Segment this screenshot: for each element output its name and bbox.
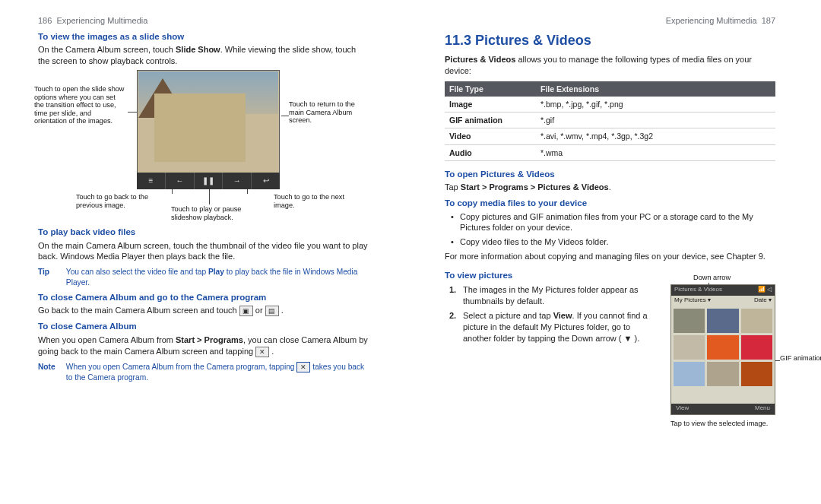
filetypes-table: File TypeFile Extensions Image*.bmp, *.j… <box>445 81 775 161</box>
intro-text: Pictures & Videos allows you to manage t… <box>445 54 775 77</box>
playback-body: On the main Camera Album screen, touch t… <box>38 240 369 263</box>
table-row: GIF animation*.gif <box>445 113 775 128</box>
heading-slideshow: To view the images as a slide show <box>38 31 369 43</box>
list-item: Copy pictures and GIF animation files fr… <box>460 211 775 234</box>
open-body: Tap Start > Programs > Pictures & Videos… <box>445 182 775 193</box>
thumbnail[interactable] <box>707 309 738 333</box>
th-filetype: File Type <box>445 81 536 97</box>
camera-icon[interactable]: ▣ <box>239 306 253 316</box>
thumbnail[interactable] <box>741 362 772 386</box>
options-icon[interactable]: ≡ <box>137 173 166 189</box>
left-pagenum: 186 <box>38 16 52 25</box>
next-icon[interactable]: → <box>223 173 252 189</box>
thumbnail[interactable] <box>674 362 705 386</box>
note-body: When you open Camera Album from the Came… <box>66 362 366 383</box>
slideshow-figure: ≡ ← ❚❚ → ↩ Touch to open the slide show … <box>38 70 369 222</box>
close-camera-body: Go back to the main Camera Album screen … <box>38 305 369 316</box>
section-title: 11.3 Pictures & Videos <box>445 31 775 49</box>
callout-options: Touch to open the slide show options whe… <box>34 85 125 125</box>
phone-titlebar: Pictures & Videos📶 ◁ <box>671 285 775 296</box>
table-row: Image*.bmp, *.jpg, *.gif, *.png <box>445 97 775 113</box>
phone-folderbar[interactable]: My Pictures ▾Date ▾ <box>671 296 775 306</box>
list-item: 1.The images in the My Pictures folder a… <box>463 284 660 307</box>
return-icon[interactable]: ↩ <box>252 173 280 189</box>
heading-close-camera: To close Camera Album and go to the Came… <box>38 292 369 304</box>
thumbnail[interactable] <box>741 309 772 333</box>
viewpics-steps: 1.The images in the My Pictures folder a… <box>445 284 660 415</box>
thumbnail[interactable] <box>707 362 738 386</box>
heading-playback: To play back video files <box>38 227 369 239</box>
slideshow-photo <box>137 70 280 188</box>
close-album-body: When you open Camera Album from Start > … <box>38 334 369 357</box>
right-page: Experiencing Multimedia 187 11.3 Picture… <box>410 0 821 504</box>
thumbnail[interactable] <box>674 309 705 333</box>
callout-gifanim: GIF animation icon <box>780 354 821 363</box>
table-row: Audio*.wma <box>445 144 775 160</box>
thumbnail[interactable] <box>674 335 705 360</box>
phone-softkeys: View Menu <box>671 404 775 414</box>
left-section: Experiencing Multimedia <box>56 16 147 25</box>
prev-icon[interactable]: ← <box>166 173 195 189</box>
thumbnail-grid <box>671 306 775 388</box>
callout-tapview: Tap to view the selected image. <box>670 420 792 428</box>
thumbnail[interactable] <box>707 335 738 360</box>
heading-copy: To copy media files to your device <box>445 198 775 210</box>
heading-open: To open Pictures & Videos <box>445 169 775 181</box>
callout-return: Touch to return to the main Camera Album… <box>289 100 365 125</box>
tip-body: You can also select the video file and t… <box>66 267 366 287</box>
table-row: Video*.avi, *.wmv, *.mp4, *.3gp, *.3g2 <box>445 128 775 144</box>
note-row: Note When you open Camera Album from the… <box>38 362 369 383</box>
list-item: 2.Select a picture and tap View. If you … <box>463 310 660 344</box>
tip-row: Tip You can also select the video file a… <box>38 267 369 287</box>
right-pagenum: 187 <box>762 16 775 25</box>
close-icon[interactable]: ✕ <box>255 347 269 357</box>
note-label: Note <box>38 362 64 372</box>
th-ext: File Extensions <box>536 81 775 97</box>
more-info-text: For more information about copying and m… <box>445 251 775 262</box>
close-icon-small[interactable]: ✕ <box>296 362 310 372</box>
phone-screenshot: Pictures & Videos📶 ◁ My Pictures ▾Date ▾… <box>670 284 775 415</box>
play-pause-icon[interactable]: ❚❚ <box>195 173 223 189</box>
thumbnail[interactable] <box>741 335 772 360</box>
heading-close-album: To close Camera Album <box>38 321 369 333</box>
slideshow-body: On the Camera Album screen, touch Slide … <box>38 44 369 67</box>
copy-list: Copy pictures and GIF animation files fr… <box>445 211 775 249</box>
camcorder-icon[interactable]: ▤ <box>265 306 279 316</box>
callout-prev: Touch to go back to the previous image. <box>76 193 160 209</box>
callout-downarrow: Down arrow <box>693 274 754 282</box>
left-page: 186 Experiencing Multimedia To view the … <box>0 0 410 504</box>
tip-label: Tip <box>38 267 64 277</box>
left-header: 186 Experiencing Multimedia <box>38 15 369 27</box>
callout-play: Touch to play or pause slideshow playbac… <box>171 205 270 221</box>
view-softkey[interactable]: View <box>676 404 689 414</box>
list-item: Copy video files to the My Videos folder… <box>460 236 775 248</box>
menu-softkey[interactable]: Menu <box>755 404 770 414</box>
right-section: Experiencing Multimedia <box>666 16 757 25</box>
right-header: Experiencing Multimedia 187 <box>445 15 775 27</box>
callout-next: Touch to go to the next image. <box>274 193 365 209</box>
phone-figure: Down arrow Pictures & Videos📶 ◁ My Pictu… <box>670 284 775 415</box>
slideshow-toolbar: ≡ ← ❚❚ → ↩ <box>137 173 280 189</box>
